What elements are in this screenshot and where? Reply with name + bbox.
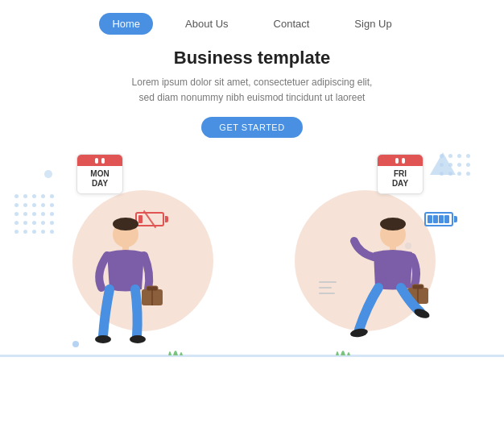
- svg-point-6: [95, 335, 111, 343]
- svg-point-7: [130, 335, 146, 343]
- page-title: Business template: [0, 48, 504, 69]
- calendar-monday: MON DAY: [76, 154, 123, 194]
- svg-point-14: [349, 328, 368, 339]
- illustration-section: MON DAY FRI DAY: [0, 146, 504, 396]
- get-started-button[interactable]: GET STARTED: [201, 117, 302, 138]
- hero-section: Business template Lorem ipsum dolor sit …: [0, 48, 504, 138]
- circle-decoration-1: [44, 170, 52, 178]
- nav-signup[interactable]: Sign Up: [341, 13, 404, 35]
- nav-about[interactable]: About Us: [172, 13, 241, 35]
- calendar-friday: FRI DAY: [377, 154, 423, 194]
- calendar-friday-label: FRI DAY: [378, 166, 423, 189]
- person-friday: [343, 217, 432, 357]
- dots-left: [14, 194, 56, 235]
- calendar-monday-label: MON DAY: [77, 166, 122, 189]
- person-monday: [87, 217, 167, 357]
- svg-point-9: [380, 218, 406, 230]
- triangle-decoration: [430, 152, 456, 175]
- hero-subtitle: Lorem ipsum dolor sit amet, consectetuer…: [123, 75, 381, 106]
- grass-left: [165, 344, 188, 359]
- navbar: Home About Us Contact Sign Up: [0, 0, 504, 43]
- svg-point-1: [113, 218, 138, 230]
- circle-decoration-3: [72, 341, 79, 347]
- nav-home[interactable]: Home: [99, 13, 153, 35]
- nav-contact[interactable]: Contact: [261, 13, 323, 35]
